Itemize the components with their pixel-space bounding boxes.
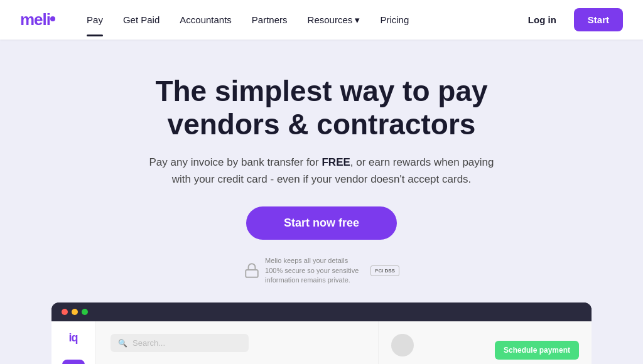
app-body: iq + Pay <box>51 321 592 364</box>
hero-subtext: Pay any invoice by bank transfer for FRE… <box>139 154 504 188</box>
nav-item-get-paid[interactable]: Get Paid <box>114 9 168 30</box>
lock-icon <box>244 262 260 279</box>
schedule-payment-button[interactable]: Schedule payment <box>495 341 579 360</box>
search-icon: 🔍 <box>118 339 127 348</box>
window-dot-red <box>62 309 68 315</box>
app-title-bar <box>51 302 592 321</box>
nav-item-accountants[interactable]: Accountants <box>171 9 240 30</box>
nav-item-resources[interactable]: Resources ▾ <box>299 9 369 31</box>
app-sidebar: iq + Pay <box>51 321 95 364</box>
pci-badge: PCI DSS <box>370 265 399 276</box>
window-dot-yellow <box>72 309 78 315</box>
svg-rect-0 <box>246 270 258 277</box>
window-dot-green <box>82 309 88 315</box>
app-preview: iq + Pay <box>51 302 592 364</box>
vendor-avatar <box>391 334 414 356</box>
nav-item-partners[interactable]: Partners <box>243 9 296 30</box>
security-badge: Melio keeps all your details 100% secure… <box>20 256 623 285</box>
nav-right: Log in Start <box>518 8 623 31</box>
app-main: 🔍 Search... Pay Inbox Scheduled Paid <box>95 321 378 364</box>
logo-text: meli <box>20 10 55 29</box>
vendor-avatar-row <box>391 334 420 356</box>
cta-button[interactable]: Start now free <box>246 206 397 240</box>
hero-headline: The simplest way to pay vendors & contra… <box>121 75 522 141</box>
search-placeholder: Search... <box>132 338 165 348</box>
hero-section: The simplest way to pay vendors & contra… <box>0 40 643 364</box>
security-text: Melio keeps all your details 100% secure… <box>265 256 365 285</box>
chevron-down-icon: ▾ <box>355 14 360 25</box>
sidebar-add-button[interactable]: + <box>62 360 85 364</box>
sidebar-logo: iq <box>69 331 78 345</box>
app-search-bar[interactable]: 🔍 Search... <box>111 334 249 352</box>
app-preview-wrapper: iq + Pay <box>51 302 592 364</box>
nav-item-pricing[interactable]: Pricing <box>371 9 418 30</box>
logo[interactable]: meli <box>20 10 55 29</box>
app-right-panel: Schedule payment Bill details <box>378 321 592 364</box>
nav-links: Pay Get Paid Accountants Partners Resour… <box>78 9 518 31</box>
nav-item-pay[interactable]: Pay <box>78 9 112 30</box>
navbar: meli Pay Get Paid Accountants Partners R… <box>0 0 643 40</box>
start-button[interactable]: Start <box>574 8 623 31</box>
login-button[interactable]: Log in <box>518 9 566 30</box>
